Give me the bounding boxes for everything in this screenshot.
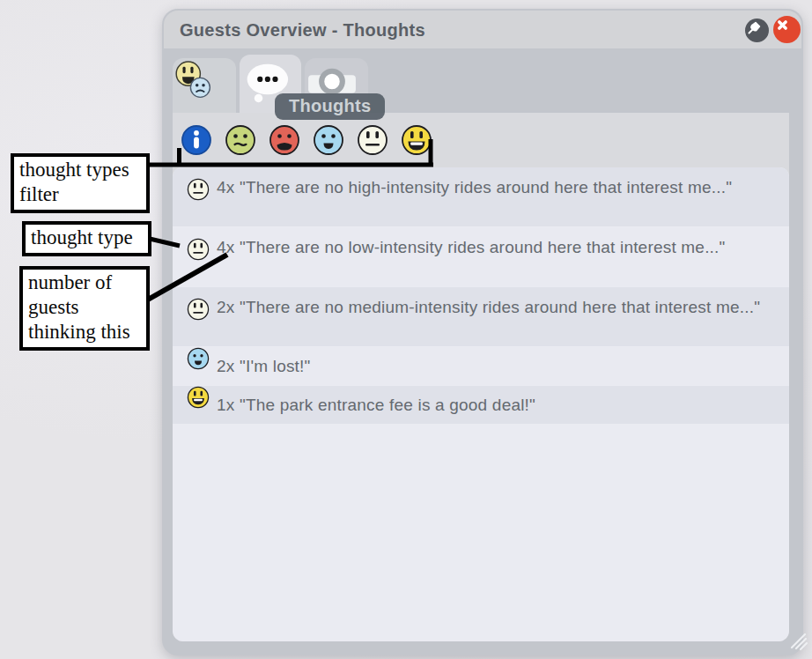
- neutral-face-icon: [357, 124, 388, 156]
- annotation-thought-type: thought type: [22, 221, 151, 256]
- pushpin-icon: [745, 19, 769, 42]
- thought-count: 2x: [217, 357, 234, 375]
- neutral-face-icon: [187, 298, 210, 349]
- thought-text: 2x "There are no medium-intensity rides …: [217, 295, 760, 319]
- thought-quote: "The park entrance fee is a good deal!": [240, 396, 535, 414]
- pin-button[interactable]: [745, 19, 769, 42]
- happy-face-icon: [187, 386, 210, 424]
- thought-quote: "There are no medium-intensity rides aro…: [240, 298, 760, 316]
- filter-sad-button[interactable]: [313, 124, 344, 156]
- thought-count: 4x: [217, 238, 234, 256]
- thought-row[interactable]: 2x "There are no medium-intensity rides …: [173, 287, 789, 346]
- filter-info-button[interactable]: [181, 124, 212, 156]
- close-button[interactable]: [773, 16, 801, 43]
- annotation-thought-types-filter: thought types filter: [11, 153, 150, 213]
- filter-angry-button[interactable]: [269, 124, 300, 156]
- thought-quote: "There are no low-intensity rides around…: [240, 238, 726, 256]
- thought-row[interactable]: 4x "There are no low-intensity rides aro…: [173, 227, 789, 286]
- sad-face-icon: [187, 347, 210, 385]
- thought-list: 4x "There are no high-intensity rides ar…: [173, 167, 789, 641]
- thought-types-filter: [173, 113, 789, 167]
- thoughts-panel-content: 4x "There are no high-intensity rides ar…: [173, 113, 789, 641]
- thought-text: 1x "The park entrance fee is a good deal…: [217, 393, 535, 417]
- info-icon: [181, 124, 212, 156]
- window-titlebar[interactable]: Guests Overview - Thoughts: [164, 11, 801, 48]
- thought-count: 4x: [217, 178, 234, 196]
- thought-row[interactable]: 4x "There are no high-intensity rides ar…: [173, 167, 789, 226]
- filter-neutral-button[interactable]: [357, 124, 388, 156]
- neutral-face-icon: [187, 178, 210, 229]
- thought-text: 2x "I'm lost!": [217, 354, 311, 378]
- thought-text: 4x "There are no high-intensity rides ar…: [217, 175, 732, 199]
- close-x-icon: [773, 16, 801, 43]
- sad-face-icon: [313, 124, 344, 156]
- guests-overview-window: Guests Overview - Thoughts: [162, 9, 803, 655]
- annotation-number-of-guests: number of guests thinking this: [19, 266, 150, 351]
- thought-count: 2x: [217, 298, 234, 316]
- screenshot-stage: Guests Overview - Thoughts: [0, 0, 812, 659]
- thought-text: 4x "There are no low-intensity rides aro…: [217, 235, 726, 259]
- filter-sick-button[interactable]: [225, 124, 256, 156]
- window-title: Guests Overview - Thoughts: [180, 11, 425, 48]
- thoughts-tab-tooltip: Thoughts: [275, 93, 385, 120]
- thought-count: 1x: [217, 396, 234, 414]
- resize-grip[interactable]: [786, 629, 809, 652]
- angry-face-icon: [269, 124, 300, 156]
- guests-faces-icon: [173, 58, 236, 113]
- thought-row[interactable]: 1x "The park entrance fee is a good deal…: [173, 386, 789, 424]
- neutral-face-icon: [187, 238, 210, 289]
- filter-happy-button[interactable]: [401, 124, 432, 156]
- sick-face-icon: [225, 124, 256, 156]
- thought-quote: "There are no high-intensity rides aroun…: [240, 178, 732, 196]
- thought-row[interactable]: 2x "I'm lost!": [173, 347, 789, 385]
- thought-quote: "I'm lost!": [240, 357, 311, 375]
- tab-guests[interactable]: [173, 58, 236, 113]
- happy-face-icon: [401, 124, 432, 156]
